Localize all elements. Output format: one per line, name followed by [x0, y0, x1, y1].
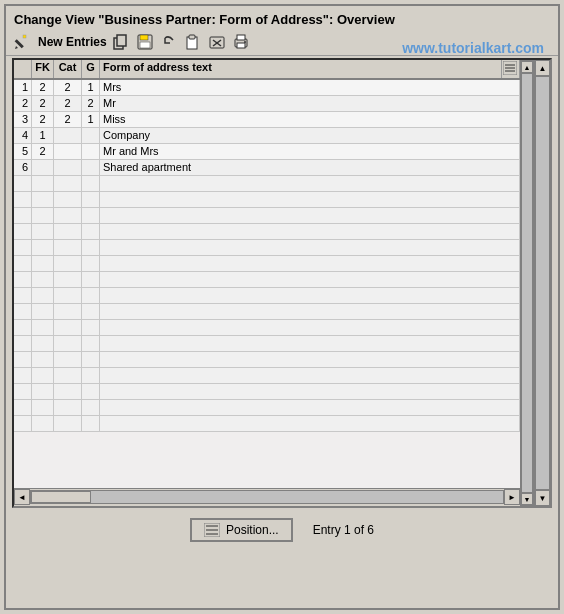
- rownum-cell: [14, 272, 32, 287]
- cat-cell: [54, 240, 82, 255]
- form-cell: Mrs: [100, 80, 520, 95]
- position-button[interactable]: Position...: [190, 518, 293, 542]
- column-settings-icon[interactable]: [502, 60, 520, 78]
- fk-cell: 1: [32, 128, 54, 143]
- g-cell: [82, 144, 100, 159]
- undo-icon[interactable]: [159, 32, 179, 52]
- svg-rect-7: [140, 42, 150, 48]
- svg-rect-6: [140, 35, 148, 40]
- print-icon[interactable]: [231, 32, 251, 52]
- table-container: FK Cat G Form of address text 1221Mr: [12, 58, 552, 508]
- delete-icon[interactable]: [207, 32, 227, 52]
- table-row[interactable]: [14, 288, 520, 304]
- table-row[interactable]: [14, 384, 520, 400]
- g-cell: [82, 384, 100, 399]
- table-row[interactable]: [14, 208, 520, 224]
- fk-cell: [32, 176, 54, 191]
- fk-cell: [32, 288, 54, 303]
- table-row[interactable]: 52Mr and Mrs: [14, 144, 520, 160]
- save-icon[interactable]: [135, 32, 155, 52]
- form-cell: [100, 368, 520, 383]
- watermark: www.tutorialkart.com: [402, 40, 544, 56]
- form-cell: [100, 192, 520, 207]
- mid-scroll-up[interactable]: ▲: [521, 61, 533, 73]
- table-row[interactable]: [14, 240, 520, 256]
- table-row[interactable]: [14, 400, 520, 416]
- svg-rect-4: [117, 35, 126, 46]
- table-row[interactable]: 1221Mrs: [14, 80, 520, 96]
- cat-cell: [54, 288, 82, 303]
- table-row[interactable]: [14, 272, 520, 288]
- form-cell: [100, 320, 520, 335]
- scroll-right-button[interactable]: ►: [504, 489, 520, 505]
- rownum-cell: [14, 416, 32, 431]
- g-cell: [82, 160, 100, 175]
- form-cell: [100, 288, 520, 303]
- rownum-cell: [14, 320, 32, 335]
- table-row[interactable]: [14, 352, 520, 368]
- form-cell: [100, 352, 520, 367]
- cat-cell: [54, 208, 82, 223]
- fk-cell: [32, 304, 54, 319]
- rownum-cell: [14, 192, 32, 207]
- table-row[interactable]: [14, 320, 520, 336]
- cat-cell: [54, 320, 82, 335]
- fk-cell: [32, 240, 54, 255]
- entry-info: Entry 1 of 6: [313, 523, 374, 537]
- window-title: Change View "Business Partner: Form of A…: [6, 6, 558, 29]
- svg-rect-15: [237, 43, 245, 48]
- table-row[interactable]: [14, 304, 520, 320]
- cat-cell: 2: [54, 80, 82, 95]
- cat-cell: 2: [54, 112, 82, 127]
- table-row[interactable]: [14, 416, 520, 432]
- horizontal-scroll-track[interactable]: [30, 490, 504, 504]
- svg-rect-9: [189, 35, 195, 39]
- table-row[interactable]: 2222Mr: [14, 96, 520, 112]
- scroll-down-button[interactable]: ▼: [535, 490, 550, 506]
- form-cell: [100, 416, 520, 431]
- table-row[interactable]: [14, 336, 520, 352]
- new-entries-button[interactable]: New Entries: [38, 35, 107, 49]
- edit-icon[interactable]: [12, 32, 32, 52]
- position-icon: [204, 523, 220, 537]
- scroll-up-button[interactable]: ▲: [535, 60, 550, 76]
- fk-cell: [32, 336, 54, 351]
- fk-cell: [32, 272, 54, 287]
- cat-cell: [54, 256, 82, 271]
- g-cell: [82, 272, 100, 287]
- g-cell: 1: [82, 80, 100, 95]
- table-row[interactable]: 41Company: [14, 128, 520, 144]
- fk-cell: [32, 192, 54, 207]
- fk-cell: [32, 256, 54, 271]
- form-cell: [100, 272, 520, 287]
- form-cell: [100, 240, 520, 255]
- copy-icon[interactable]: [111, 32, 131, 52]
- form-cell: Shared apartment: [100, 160, 520, 175]
- toolbar: New Entries: [6, 29, 558, 56]
- scroll-left-button[interactable]: ◄: [14, 489, 30, 505]
- fk-cell: [32, 368, 54, 383]
- g-cell: [82, 368, 100, 383]
- paste-icon[interactable]: [183, 32, 203, 52]
- table-row[interactable]: [14, 256, 520, 272]
- fk-header: FK: [32, 60, 54, 78]
- table-row[interactable]: [14, 176, 520, 192]
- cat-cell: [54, 272, 82, 287]
- table-row[interactable]: 6Shared apartment: [14, 160, 520, 176]
- fk-cell: [32, 352, 54, 367]
- table-row[interactable]: [14, 224, 520, 240]
- fk-cell: [32, 208, 54, 223]
- cat-cell: [54, 304, 82, 319]
- rownum-cell: [14, 304, 32, 319]
- mid-scroll-down[interactable]: ▼: [521, 493, 533, 505]
- cat-cell: [54, 352, 82, 367]
- cat-cell: [54, 128, 82, 143]
- table-body: 1221Mrs2222Mr3221Miss41Company52Mr and M…: [14, 80, 520, 488]
- table-row[interactable]: 3221Miss: [14, 112, 520, 128]
- table-row[interactable]: [14, 368, 520, 384]
- rownum-cell: [14, 352, 32, 367]
- rownum-cell: [14, 224, 32, 239]
- table-row[interactable]: [14, 192, 520, 208]
- g-cell: 2: [82, 96, 100, 111]
- cat-cell: [54, 336, 82, 351]
